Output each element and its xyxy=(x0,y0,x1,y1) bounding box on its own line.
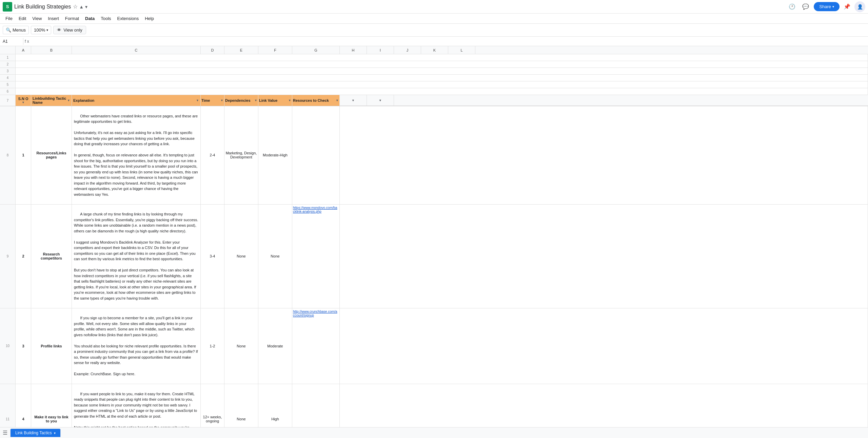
menu-data[interactable]: Data xyxy=(82,15,97,22)
title-icons: ☆ ▲ ▾ xyxy=(73,3,87,10)
cell-row3-sno: 3 xyxy=(16,308,31,384)
empty-rows-top: 1 2 3 4 5 6 xyxy=(0,54,868,95)
cell-row3-tactic: Profile links xyxy=(31,308,72,384)
menu-edit[interactable]: Edit xyxy=(16,15,29,22)
cell-ref-input[interactable] xyxy=(1,38,22,44)
col-header-e[interactable]: E xyxy=(224,46,258,54)
header-explanation[interactable]: Explanation ▼ xyxy=(72,95,201,106)
menu-view[interactable]: View xyxy=(29,15,44,22)
cell-row1-resources xyxy=(292,106,340,204)
filter-icon-deps[interactable]: ▼ xyxy=(254,99,257,102)
eye-icon: 👁 xyxy=(57,27,61,33)
zoom-button[interactable]: 100% ▾ xyxy=(31,26,51,34)
col-header-a[interactable]: A xyxy=(16,46,31,54)
menu-file[interactable]: File xyxy=(3,15,15,22)
comment-icon[interactable]: 💬 xyxy=(800,1,811,12)
formula-bar: f x xyxy=(0,37,868,46)
top-right: 🕐 💬 Share ▾ 📌 👤 xyxy=(787,1,865,12)
filter-icon-sno[interactable]: ▼ xyxy=(22,101,25,104)
share-button[interactable]: Share ▾ xyxy=(814,2,840,11)
spreadsheet-container: A B C D E F G H I J K L 1 2 3 xyxy=(0,46,868,427)
fx-icon: f x xyxy=(25,39,29,44)
cell-row4-explanation: If you want people to link to you, make … xyxy=(72,384,201,427)
drive-icon[interactable]: ▲ xyxy=(79,4,84,9)
sheet-tab-link-building[interactable]: Link Building Tactics ▾ xyxy=(10,429,61,437)
menu-insert[interactable]: Insert xyxy=(45,15,62,22)
col-header-more xyxy=(475,46,868,54)
col-header-k[interactable]: K xyxy=(421,46,448,54)
col-header-h[interactable]: H xyxy=(340,46,367,54)
cell-row2-tactic: Research competitors xyxy=(31,205,72,308)
cell-row4-linkval: High xyxy=(258,384,292,427)
cell-row2-deps: None xyxy=(224,205,258,308)
table-row: 11 4 Make it easy to link to you If you … xyxy=(0,384,868,427)
col-header-b[interactable]: B xyxy=(31,46,72,54)
col-header-g[interactable]: G xyxy=(292,46,340,54)
doc-title: Link Building Strategies xyxy=(14,4,71,10)
cell-row2-linkval: None xyxy=(258,205,292,308)
more-icon[interactable]: ▾ xyxy=(85,4,87,9)
header-time[interactable]: Time ▼ xyxy=(201,95,224,106)
pin-icon[interactable]: 📌 xyxy=(842,2,852,12)
row-9-num: 9 xyxy=(0,205,16,308)
cell-row2-resources[interactable]: https://www.mondovo.com/backlink-analysi… xyxy=(292,205,340,308)
cell-row4-deps: None xyxy=(224,384,258,427)
col-header-c[interactable]: C xyxy=(72,46,201,54)
history-icon[interactable]: 🕐 xyxy=(787,1,797,12)
row-10-num: 10 xyxy=(0,308,16,384)
cell-row2-explanation: A large chunk of my time finding links i… xyxy=(72,205,201,308)
formula-divider xyxy=(23,38,23,45)
col-header-j[interactable]: J xyxy=(394,46,421,54)
view-only-button[interactable]: 👁 View only xyxy=(53,26,86,34)
header-resources[interactable]: Resources to Check ▼ xyxy=(292,95,340,106)
menu-extensions[interactable]: Extensions xyxy=(115,15,142,22)
filter-icon-tactic[interactable]: ▼ xyxy=(67,99,70,102)
app-icon: S xyxy=(3,2,12,12)
col-header-row: A B C D E F G H I J K L xyxy=(0,46,868,54)
view-only-label: View only xyxy=(63,27,82,33)
top-bar: S Link Building Strategies ☆ ▲ ▾ 🕐 💬 Sha… xyxy=(0,0,868,14)
cell-row1-time: 2-4 xyxy=(201,106,224,204)
menu-tools[interactable]: Tools xyxy=(98,15,114,22)
col-header-i[interactable]: I xyxy=(367,46,394,54)
cell-row3-explanation: If you sign up to become a member for a … xyxy=(72,308,201,384)
cell-row3-resources[interactable]: http://www.crunchbase.com/account/signup xyxy=(292,308,340,384)
menu-format[interactable]: Format xyxy=(62,15,82,22)
menus-button[interactable]: 🔍 Menus xyxy=(3,26,29,34)
cell-row1-tactic: Resources/Links pages xyxy=(31,106,72,204)
cell-row3-linkval: Moderate xyxy=(258,308,292,384)
header-dependencies[interactable]: Dependencies ▼ xyxy=(224,95,258,106)
header-link-value[interactable]: Link Value ▼ xyxy=(258,95,292,106)
filter-icon-time[interactable]: ▼ xyxy=(220,99,223,102)
menus-label: Menus xyxy=(13,27,26,33)
col-header-f[interactable]: F xyxy=(258,46,292,54)
cell-row4-resources xyxy=(292,384,340,427)
formula-icons: f x xyxy=(25,39,29,44)
menu-help[interactable]: Help xyxy=(142,15,157,22)
cell-row1-explanation: Other webmasters have created links or r… xyxy=(72,106,201,204)
menu-bar: File Edit View Insert Format Data Tools … xyxy=(0,14,868,24)
data-header-row: 7 S.N O ▼ Linkbuilding Tactic Name ▼ Exp… xyxy=(0,95,868,106)
col-header-d[interactable]: D xyxy=(201,46,224,54)
tab-arrow-icon[interactable]: ▾ xyxy=(54,431,56,435)
filter-icon-resources[interactable]: ▼ xyxy=(336,99,339,102)
zoom-chevron: ▾ xyxy=(46,28,48,32)
row-7-num: 7 xyxy=(0,95,16,106)
sheet-tab-label: Link Building Tactics xyxy=(15,431,52,435)
header-tactic[interactable]: Linkbuilding Tactic Name ▼ xyxy=(31,95,72,106)
cell-row4-time: 12+ weeks, ongoing xyxy=(201,384,224,427)
formula-input[interactable] xyxy=(29,38,867,44)
toolbar: 🔍 Menus 100% ▾ 👁 View only xyxy=(0,24,868,37)
filter-icon-linkval[interactable]: ▼ xyxy=(288,99,291,102)
col-header-l[interactable]: L xyxy=(448,46,475,54)
filter-icon-explanation[interactable]: ▼ xyxy=(196,99,199,102)
table-row: 10 3 Profile links If you sign up to bec… xyxy=(0,308,868,384)
cell-row2-time: 3-4 xyxy=(201,205,224,308)
row-8-num: 8 xyxy=(0,106,16,204)
avatar[interactable]: 👤 xyxy=(854,1,865,12)
table-row: 9 2 Research competitors A large chunk o… xyxy=(0,205,868,308)
cell-row1-sno: 1 xyxy=(16,106,31,204)
tab-menu-icon[interactable]: ☰ xyxy=(3,430,7,436)
star-icon[interactable]: ☆ xyxy=(73,3,78,10)
header-sno[interactable]: S.N O ▼ xyxy=(16,95,31,106)
